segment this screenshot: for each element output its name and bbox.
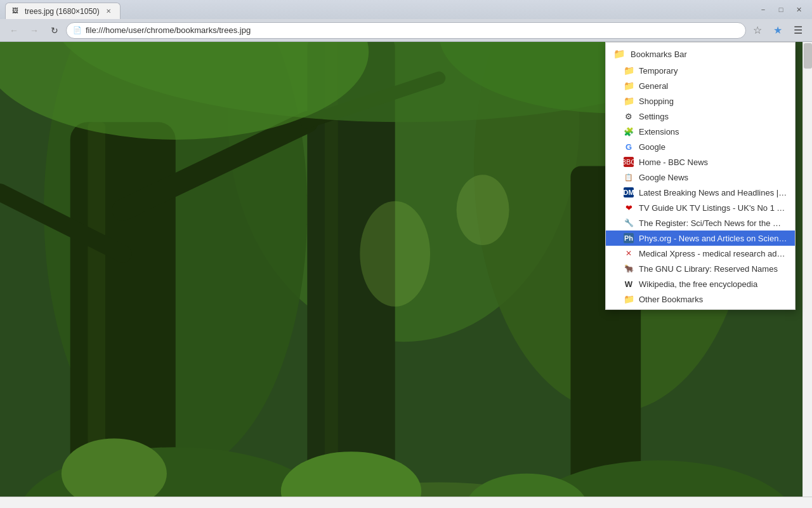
bookmark-item-gnulib[interactable]: 🐂 The GNU C Library: Reserved Names — [606, 261, 795, 276]
bookmark-item-dailymail[interactable]: DM Latest Breaking News and Headlines | … — [606, 185, 795, 200]
bookmark-item-medxpress[interactable]: ✕ Medical Xpress - medical research adva… — [606, 246, 795, 261]
bookmark-item-bbc[interactable]: BBC Home - BBC News — [606, 154, 795, 170]
dailymail-icon: DM — [624, 187, 634, 197]
dailymail-label: Latest Breaking News and Headlines | Dai… — [639, 188, 787, 197]
bbc-label: Home - BBC News — [639, 157, 787, 167]
settings-label: Settings — [639, 112, 787, 121]
bookmark-item-other[interactable]: 📁 Other Bookmarks — [606, 291, 795, 307]
other-label: Other Bookmarks — [639, 295, 787, 304]
content-scrollbar[interactable] — [802, 42, 812, 497]
bookmarks-dropdown: 📁 Bookmarks Bar 📁 Temporary 📁 General 📁 … — [605, 42, 796, 310]
title-bar: 🖼 trees.jpg (1680×1050) ✕ − □ ✕ — [0, 0, 812, 19]
bookmark-item-shopping[interactable]: 📁 Shopping — [606, 93, 795, 109]
bookmark-item-google[interactable]: G Google — [606, 139, 795, 154]
settings-icon: ⚙ — [624, 111, 634, 121]
status-bar — [0, 497, 812, 508]
svg-point-22 — [457, 175, 509, 245]
browser-frame: 🖼 trees.jpg (1680×1050) ✕ − □ ✕ ← → ↻ 📄 … — [0, 0, 812, 508]
register-label: The Register: Sci/Tech News for the Worl… — [639, 218, 787, 228]
bookmark-item-wikipedia[interactable]: W Wikipedia, the free encyclopedia — [606, 276, 795, 291]
bookmark-active-button[interactable]: ★ — [769, 22, 787, 39]
wikipedia-label: Wikipedia, the free encyclopedia — [639, 279, 787, 289]
bookmark-item-tvguide[interactable]: ❤ TV Guide UK TV Listings - UK's No 1 TV… — [606, 200, 795, 215]
temporary-folder-icon: 📁 — [624, 65, 634, 76]
tab-close-button[interactable]: ✕ — [103, 6, 114, 17]
bookmark-star-button[interactable]: ☆ — [749, 22, 766, 39]
address-text: file:///home/user/chrome/bookmarks/trees… — [86, 25, 739, 35]
bookmarks-bar-label: Bookmarks Bar — [631, 50, 687, 59]
bookmarks-bar-header: 📁 Bookmarks Bar — [606, 45, 795, 63]
physorg-icon: Ph — [624, 233, 634, 243]
google-icon: G — [624, 142, 634, 152]
bookmark-item-settings[interactable]: ⚙ Settings — [606, 109, 795, 124]
tab-title: trees.jpg (1680×1050) — [25, 7, 100, 16]
forward-button[interactable]: → — [25, 22, 43, 39]
chrome-menu-button[interactable]: ☰ — [789, 22, 807, 39]
gnulib-icon: 🐂 — [624, 264, 634, 274]
maximize-button[interactable]: □ — [773, 3, 789, 16]
back-button[interactable]: ← — [5, 22, 23, 39]
active-tab[interactable]: 🖼 trees.jpg (1680×1050) ✕ — [5, 3, 121, 19]
googlenews-icon: 📋 — [624, 172, 634, 182]
googlenews-label: Google News — [639, 173, 787, 182]
address-bar[interactable]: 📄 file:///home/user/chrome/bookmarks/tre… — [66, 22, 746, 39]
gnulib-label: The GNU C Library: Reserved Names — [639, 264, 787, 274]
other-folder-icon: 📁 — [624, 294, 634, 304]
lock-icon: 📄 — [73, 26, 82, 34]
tab-bar: 🖼 trees.jpg (1680×1050) ✕ — [5, 0, 121, 19]
medxpress-icon: ✕ — [624, 248, 634, 258]
register-icon: 🔧 — [624, 218, 634, 228]
extensions-label: Extensions — [639, 127, 787, 137]
physorg-label: Phys.org - News and Articles on Science … — [639, 234, 787, 243]
bookmark-item-temporary[interactable]: 📁 Temporary — [606, 63, 795, 78]
tab-favicon: 🖼 — [12, 7, 21, 16]
general-label: General — [639, 81, 787, 91]
content-area: 📁 Bookmarks Bar 📁 Temporary 📁 General 📁 … — [0, 42, 812, 497]
minimize-button[interactable]: − — [755, 3, 771, 16]
shopping-label: Shopping — [639, 97, 787, 106]
svg-point-21 — [360, 201, 430, 307]
medxpress-label: Medical Xpress - medical research advanc… — [639, 249, 787, 258]
tvguide-label: TV Guide UK TV Listings - UK's No 1 TV … — [639, 203, 787, 213]
window-controls: − □ ✕ — [755, 3, 807, 16]
scrollbar-thumb — [804, 43, 812, 69]
bookmark-item-physorg[interactable]: Ph Phys.org - News and Articles on Scien… — [606, 231, 795, 246]
general-folder-icon: 📁 — [624, 81, 634, 91]
reload-button[interactable]: ↻ — [46, 22, 63, 39]
bookmark-item-general[interactable]: 📁 General — [606, 78, 795, 93]
tvguide-icon: ❤ — [624, 203, 634, 213]
bookmarks-bar-folder-icon: 📁 — [613, 48, 625, 60]
wikipedia-icon: W — [624, 279, 634, 289]
extensions-icon: 🧩 — [624, 126, 634, 137]
bookmark-item-extensions[interactable]: 🧩 Extensions — [606, 124, 795, 139]
bookmark-item-register[interactable]: 🔧 The Register: Sci/Tech News for the Wo… — [606, 215, 795, 231]
toolbar: ← → ↻ 📄 file:///home/user/chrome/bookmar… — [0, 19, 812, 42]
google-label: Google — [639, 142, 787, 152]
shopping-folder-icon: 📁 — [624, 96, 634, 106]
temporary-label: Temporary — [639, 66, 787, 76]
bookmark-item-googlenews[interactable]: 📋 Google News — [606, 170, 795, 185]
close-button[interactable]: ✕ — [790, 3, 807, 16]
bbc-icon: BBC — [624, 157, 634, 167]
